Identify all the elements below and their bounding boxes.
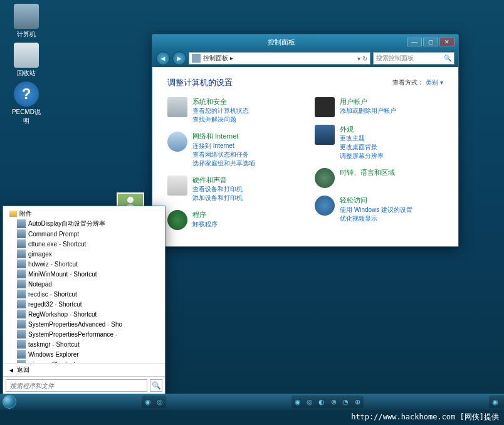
cp-category-title[interactable]: 程序 <box>192 210 218 219</box>
search-icon: 🔍 <box>444 55 451 62</box>
cp-link[interactable]: 查看设备和打印机 <box>192 185 243 194</box>
cp-category: 时钟、语言和区域 <box>315 168 443 188</box>
back-button[interactable]: ◄ <box>156 51 170 65</box>
tb-icon[interactable]: ◎ <box>154 396 165 407</box>
program-item[interactable]: Notepad <box>6 279 162 289</box>
computer-icon <box>14 4 39 29</box>
recycle-icon <box>14 43 39 68</box>
cp-category-title[interactable]: 网络和 Internet <box>192 132 255 141</box>
tb-icon[interactable]: ◔ <box>340 396 351 407</box>
program-icon <box>17 300 26 308</box>
close-button[interactable]: ✕ <box>439 38 454 46</box>
watermark: http://www.hackhome.com [网侠]提供 <box>351 412 499 422</box>
desktop-icon-recycle[interactable]: 回收站 <box>9 43 44 78</box>
cp-left-column: 系统和安全查看您的计算机状态查找并解决问题 网络和 Internet连接到 In… <box>167 97 296 230</box>
cp-category: 系统和安全查看您的计算机状态查找并解决问题 <box>167 97 296 124</box>
programs-icon <box>167 210 187 230</box>
folder-accessories[interactable]: 附件 <box>6 209 162 219</box>
control-panel-body: 调整计算机的设置 查看方式： 类别 ▾ 系统和安全查看您的计算机状态查找并解决问… <box>152 67 458 246</box>
cp-category-title[interactable]: 外观 <box>340 125 384 134</box>
cp-link[interactable]: 查看网络状态和任务 <box>192 150 255 159</box>
start-menu: 附件 AutoDisplay自动设置分辨率Command Promptcttun… <box>3 206 165 395</box>
cp-category: 用户帐户添加或删除用户帐户 <box>315 97 443 117</box>
search-icon[interactable]: 🔍 <box>150 379 162 392</box>
program-item[interactable]: SystemPropertiesPerformance - <box>6 329 162 339</box>
program-item[interactable]: recdisc - Shortcut <box>6 289 162 299</box>
program-icon <box>17 340 26 349</box>
help-icon: ? <box>14 81 39 107</box>
cp-link[interactable]: 选择家庭组和共享选项 <box>192 159 255 168</box>
cp-category-title[interactable]: 硬件和声音 <box>192 176 243 185</box>
breadcrumb-icon <box>192 54 201 63</box>
tb-icon[interactable]: ◉ <box>490 396 501 407</box>
navbar: ◄ ► 控制面板 ▸ ▾ ↻ 搜索控制面板 🔍 <box>152 50 458 67</box>
cp-link[interactable]: 使用 Windows 建议的设置 <box>340 206 412 214</box>
desktop-icon-help[interactable]: ? PECMD说明 <box>9 81 44 125</box>
program-icon <box>17 239 26 248</box>
cp-link[interactable]: 查看您的计算机状态 <box>192 107 249 115</box>
cp-link[interactable]: 添加设备和打印机 <box>192 194 243 202</box>
program-icon <box>17 229 26 238</box>
search-placeholder: 搜索控制面板 <box>376 54 414 63</box>
desktop-icon-computer[interactable]: 计算机 <box>9 4 44 39</box>
program-item[interactable]: hdwwiz - Shortcut <box>6 259 162 269</box>
cp-link[interactable]: 优化视频显示 <box>340 214 412 223</box>
back-link[interactable]: ◄返回 <box>3 363 165 376</box>
taskbar: ◉ ◎ ◉ ◎ ◐ ⊗ ◔ ⊕ ◉ ◎ ♡ ◆ ⊙ ◉ ◎ <box>0 394 504 410</box>
program-item[interactable]: gimagex <box>6 249 162 259</box>
tb-icon[interactable]: ◎ <box>304 396 315 407</box>
cp-link[interactable]: 连接到 Internet <box>192 142 255 150</box>
view-mode: 查看方式： 类别 ▾ <box>392 78 443 87</box>
program-item[interactable]: Windows Explorer <box>6 349 162 359</box>
taskbar-toolbar-3: ◉ ◎ ♡ ◆ ⊙ <box>489 396 504 408</box>
program-item[interactable]: MiniWinMount - Shortcut <box>6 269 162 279</box>
cp-category: 程序卸载程序 <box>167 210 296 230</box>
cp-link[interactable]: 查找并解决问题 <box>192 115 249 124</box>
network-icon <box>167 132 187 152</box>
ease-icon <box>315 196 335 216</box>
icon-label: 回收站 <box>9 69 44 78</box>
program-item[interactable]: SystemPropertiesAdvanced - Sho <box>6 319 162 329</box>
program-icon <box>17 249 26 258</box>
cp-link[interactable]: 更改主题 <box>340 134 384 143</box>
svg-point-0 <box>127 197 134 203</box>
program-item[interactable]: RegWorkshop - Shortcut <box>6 309 162 319</box>
control-panel-window: 控制面板 — ▢ ✕ ◄ ► 控制面板 ▸ ▾ ↻ 搜索控制面板 🔍 调整计算机… <box>152 34 459 247</box>
tb-icon[interactable]: ◉ <box>142 396 154 407</box>
cp-link[interactable]: 添加或删除用户帐户 <box>340 107 396 115</box>
tb-icon[interactable]: ◉ <box>292 396 303 407</box>
search-input[interactable] <box>6 379 147 392</box>
cp-category-title[interactable]: 轻松访问 <box>340 196 412 205</box>
user-icon <box>315 97 335 117</box>
cp-link[interactable]: 更改桌面背景 <box>340 143 384 152</box>
system-icon <box>167 97 187 117</box>
forward-button[interactable]: ► <box>172 51 186 65</box>
cp-link[interactable]: 调整屏幕分辨率 <box>340 152 384 160</box>
program-icon <box>17 290 26 298</box>
start-button[interactable] <box>3 394 16 410</box>
cp-category-title[interactable]: 用户帐户 <box>340 97 396 107</box>
cp-category-title[interactable]: 时钟、语言和区域 <box>340 168 395 177</box>
tb-icon[interactable]: ⊗ <box>328 396 339 407</box>
view-mode-dropdown[interactable]: 类别 ▾ <box>426 79 443 86</box>
maximize-button[interactable]: ▢ <box>423 38 438 46</box>
clock-icon <box>315 168 335 188</box>
program-item[interactable]: taskmgr - Shortcut <box>6 339 162 349</box>
program-item[interactable]: regedt32 - Shortcut <box>6 299 162 309</box>
search-box[interactable]: 搜索控制面板 🔍 <box>373 52 454 65</box>
cp-link[interactable]: 卸载程序 <box>192 220 218 229</box>
tb-icon[interactable]: ⊕ <box>352 396 363 407</box>
program-icon <box>17 280 26 288</box>
cp-category: 网络和 Internet连接到 Internet查看网络状态和任务选择家庭组和共… <box>167 132 296 167</box>
program-item[interactable]: AutoDisplay自动设置分辨率 <box>6 219 162 229</box>
titlebar[interactable]: 控制面板 — ▢ ✕ <box>152 34 458 50</box>
minimize-button[interactable]: — <box>407 38 422 46</box>
programs-list: 附件 AutoDisplay自动设置分辨率Command Promptcttun… <box>3 206 165 363</box>
tb-icon[interactable]: ◐ <box>316 396 327 407</box>
cp-category-title[interactable]: 系统和安全 <box>192 97 249 107</box>
program-item[interactable]: cttune.exe - Shortcut <box>6 239 162 249</box>
program-item[interactable]: Command Prompt <box>6 229 162 239</box>
tb-icon[interactable]: ◎ <box>501 396 504 407</box>
taskbar-toolbar-2: ◉ ◎ ◐ ⊗ ◔ ⊕ <box>291 396 364 408</box>
address-bar[interactable]: 控制面板 ▸ ▾ ↻ <box>189 52 370 65</box>
